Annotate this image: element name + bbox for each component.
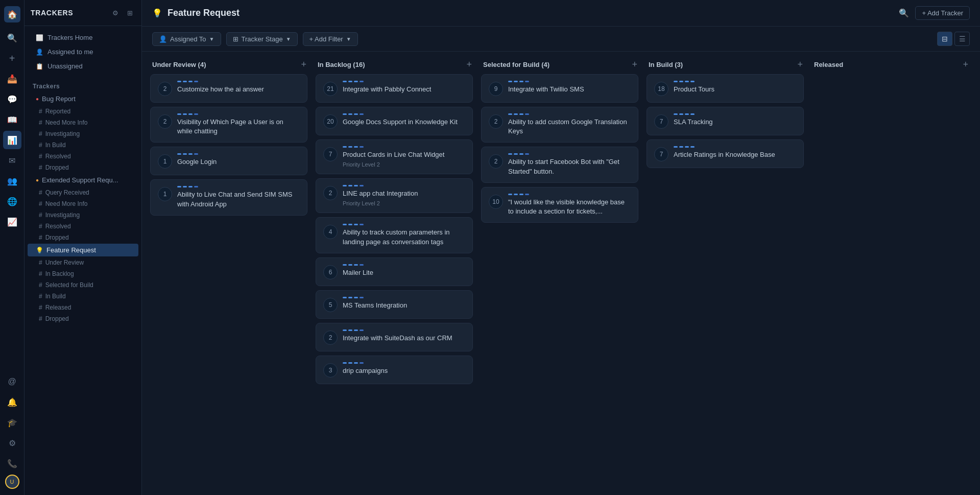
sidebar-tracker-bug-report[interactable]: ● Bug Report xyxy=(28,92,138,105)
sidebar-item-unassigned[interactable]: 📋 Unassigned xyxy=(28,59,138,73)
sidebar-sub-in-backlog[interactable]: # In Backlog xyxy=(25,268,141,279)
card-title: Ability to add custom Google Translation… xyxy=(508,117,631,136)
card[interactable]: 21Integrate with Pabbly Connect xyxy=(316,74,473,103)
sidebar-sub-need-more-info[interactable]: # Need More Info xyxy=(25,117,141,128)
nav-plus[interactable]: + xyxy=(3,49,21,67)
column-add-under-review[interactable]: + xyxy=(301,60,306,69)
nav-globe[interactable]: 🌐 xyxy=(3,192,21,210)
card-title: MS Teams Integration xyxy=(343,301,465,310)
card-dots xyxy=(343,146,465,148)
card[interactable]: 7SLA Tracking xyxy=(647,107,804,135)
card-title: Product Tours xyxy=(674,85,796,94)
nav-help[interactable]: 🎓 xyxy=(3,413,21,432)
sidebar-sub-resolved2[interactable]: # Resolved xyxy=(25,221,141,232)
nav-contacts[interactable]: 👥 xyxy=(3,172,21,190)
card[interactable]: 1Google Login xyxy=(150,147,307,175)
sidebar-sub-in-build2[interactable]: # In Build xyxy=(25,291,141,302)
assigned-to-filter[interactable]: 👤 Assigned To ▼ xyxy=(152,32,221,46)
card[interactable]: 1Ability to Live Chat and Send SIM SMS w… xyxy=(150,179,307,215)
nav-send[interactable]: ✉ xyxy=(3,151,21,170)
card-title: Ability to track custom parameters in la… xyxy=(343,228,465,246)
hash-icon: # xyxy=(39,281,42,289)
page-title: Feature Request xyxy=(168,8,240,18)
card[interactable]: 20Google Docs Support in Knowledge Kit xyxy=(316,107,473,135)
view-toggle: ⊟ ☰ xyxy=(937,32,970,46)
sidebar-item-trackers-home[interactable]: ⬜ Trackers Home xyxy=(28,31,138,44)
nav-settings[interactable]: ⚙ xyxy=(3,434,21,452)
card[interactable]: 2Visibility of Which Page a User is on w… xyxy=(150,107,307,143)
sidebar-sub-dropped3[interactable]: # Dropped xyxy=(25,313,141,324)
nav-contact2[interactable]: @ xyxy=(3,372,21,391)
card-content: Integrate with SuiteDash as our CRM xyxy=(343,329,465,345)
sidebar-item-assigned-to-me[interactable]: 👤 Assigned to me xyxy=(28,45,138,59)
column-header-released: Released+ xyxy=(812,60,970,74)
card[interactable]: 2Customize how the ai answer xyxy=(150,74,307,103)
sidebar-tracker-extended-support[interactable]: ● Extended Support Requ... xyxy=(28,174,138,186)
nav-chart[interactable]: 📈 xyxy=(3,213,21,231)
column-add-in-build[interactable]: + xyxy=(797,60,803,69)
sidebar-sub-query-received[interactable]: # Query Received xyxy=(25,187,141,198)
sidebar-sub-reported[interactable]: # Reported xyxy=(25,106,141,117)
card[interactable]: 10"I would like the visible knowledge ba… xyxy=(481,187,638,223)
card[interactable]: 3drip campaigns xyxy=(316,356,473,384)
card[interactable]: 18Product Tours xyxy=(647,74,804,103)
card[interactable]: 2Ability to add custom Google Translatio… xyxy=(481,107,638,143)
sidebar-tracker-feature-request[interactable]: 💡 Feature Request xyxy=(28,244,138,256)
nav-bell[interactable]: 🔔 xyxy=(3,393,21,411)
user-avatar[interactable]: U xyxy=(5,475,19,489)
person-icon: 👤 xyxy=(159,35,167,43)
sidebar-sub-investigating2[interactable]: # Investigating xyxy=(25,209,141,221)
card-title: drip campaigns xyxy=(343,366,465,375)
hash-icon: # xyxy=(39,130,42,137)
column-add-in-backlog[interactable]: + xyxy=(466,60,472,69)
app-logo[interactable]: 🏠 xyxy=(4,6,20,22)
card-dots xyxy=(674,81,796,82)
card-dots xyxy=(343,264,465,266)
card[interactable]: 7Product Cards in Live Chat WidgetPriori… xyxy=(316,139,473,174)
nav-report[interactable]: 📊 xyxy=(3,131,21,149)
card-number: 2 xyxy=(489,114,503,129)
list-view-button[interactable]: ☰ xyxy=(954,32,970,46)
card[interactable]: 2Ability to start Facebook Bot with "Get… xyxy=(481,147,638,182)
card-number: 3 xyxy=(323,363,338,378)
nav-search[interactable]: 🔍 xyxy=(3,29,21,47)
nav-chat[interactable]: 💬 xyxy=(3,90,21,108)
sidebar-sub-resolved[interactable]: # Resolved xyxy=(25,151,141,162)
card[interactable]: 6Mailer Lite xyxy=(316,257,473,286)
sidebar-sub-released[interactable]: # Released xyxy=(25,302,141,313)
nav-book[interactable]: 📖 xyxy=(3,110,21,129)
nav-inbox[interactable]: 📥 xyxy=(3,69,21,88)
column-in-backlog: In Backlog (16)+21Integrate with Pabbly … xyxy=(316,60,474,495)
sidebar-sub-investigating[interactable]: # Investigating xyxy=(25,128,141,139)
column-add-released[interactable]: + xyxy=(963,60,968,69)
card-content: drip campaigns xyxy=(343,362,465,378)
card[interactable]: 2LINE app chat IntegrationPriority Level… xyxy=(316,178,473,213)
add-tracker-button[interactable]: + Add Tracker xyxy=(915,6,970,20)
card[interactable]: 7Article Ratings in Knowledge Base xyxy=(647,139,804,168)
search-icon[interactable]: 🔍 xyxy=(899,8,909,18)
card[interactable]: 2Integrate with SuiteDash as our CRM xyxy=(316,323,473,351)
sidebar-sub-selected-for-build[interactable]: # Selected for Build xyxy=(25,279,141,291)
card[interactable]: 9Integrate with Twillio SMS xyxy=(481,74,638,103)
bug-report-dot: ● xyxy=(36,96,39,102)
nav-phone[interactable]: 📞 xyxy=(3,454,21,473)
sidebar-layout-icon[interactable]: ⊞ xyxy=(124,7,135,18)
hash-icon: # xyxy=(39,119,42,126)
caret-icon: ▼ xyxy=(346,36,351,42)
sidebar-sub-dropped2[interactable]: # Dropped xyxy=(25,232,141,243)
add-filter-button[interactable]: + Add Filter ▼ xyxy=(303,32,358,46)
card[interactable]: 5MS Teams Integration xyxy=(316,290,473,319)
sidebar-sub-in-build[interactable]: # In Build xyxy=(25,139,141,151)
sidebar-sub-need-more-info2[interactable]: # Need More Info xyxy=(25,198,141,209)
sidebar-sub-dropped[interactable]: # Dropped xyxy=(25,162,141,173)
tracker-stage-filter[interactable]: ⊞ Tracker Stage ▼ xyxy=(226,32,298,46)
card[interactable]: 4Ability to track custom parameters in l… xyxy=(316,217,473,253)
sidebar-gear-icon[interactable]: ⚙ xyxy=(110,7,121,18)
card-content: SLA Tracking xyxy=(674,113,796,129)
grid-view-button[interactable]: ⊟ xyxy=(937,32,952,46)
card-content: Google Login xyxy=(177,153,300,169)
sidebar-sub-under-review[interactable]: # Under Review xyxy=(25,257,141,268)
hash-icon: # xyxy=(39,315,42,322)
column-add-selected-for-build[interactable]: + xyxy=(632,60,637,69)
card-content: Visibility of Which Page a User is on wh… xyxy=(177,113,300,136)
